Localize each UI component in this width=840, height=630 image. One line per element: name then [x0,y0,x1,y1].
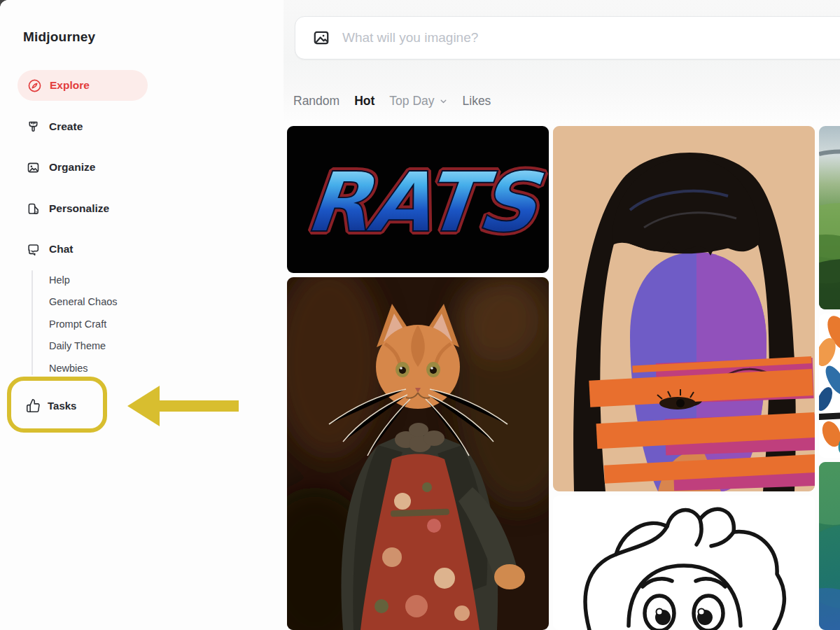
channel-label: General Chaos [49,296,118,307]
sidebar-item-general-chaos[interactable]: General Chaos [49,294,118,309]
filter-hot[interactable]: Hot [354,94,374,108]
channel-label: Daily Theme [49,340,106,351]
photo-icon [26,160,41,175]
main-content: Random Hot Top Day Likes RATS [284,0,840,630]
sidebar-item-prompt-craft[interactable]: Prompt Craft [49,316,106,332]
sidebar-item-create[interactable]: Create [18,115,158,139]
sidebar-item-explore[interactable]: Explore [18,70,148,101]
sidebar-item-label: Organize [49,161,95,174]
filter-label: Top Day [389,94,434,108]
channel-label: Prompt Craft [49,318,106,330]
feed-filters: Random Hot Top Day Likes [293,94,491,108]
gallery-image-mossy-landscape[interactable] [819,126,840,309]
sidebar-item-tasks[interactable]: Tasks [26,396,76,414]
filter-label: Likes [463,94,491,108]
app-title: Midjourney [23,29,95,45]
annotation-arrow-icon [125,384,241,428]
filter-label: Hot [354,94,374,108]
gallery-image-lion-drawing[interactable] [553,496,815,630]
prompt-input[interactable] [342,30,840,46]
thumbs-up-icon [26,398,41,413]
channel-label: Help [49,274,70,286]
sidebar-item-daily-theme[interactable]: Daily Theme [49,338,106,354]
chevron-down-icon [439,97,448,106]
sidebar-item-label: Chat [49,243,73,255]
chat-bubbles-icon [26,242,41,257]
sidebar-item-label: Explore [50,79,90,92]
paintbrush-icon [26,120,41,134]
sidebar-item-label: Create [49,120,83,133]
sidebar-item-personalize[interactable]: Personalize [18,197,158,220]
gallery-image-rats-logo[interactable]: RATS RATS [287,126,549,273]
filter-top-day[interactable]: Top Day [389,94,447,108]
cards-icon [26,202,41,216]
sidebar: Midjourney Explore Create [0,0,284,630]
midjourney-app: Midjourney Explore Create [0,0,840,630]
chat-channels-divider [31,270,33,375]
compass-icon [27,78,42,93]
filter-likes[interactable]: Likes [463,94,491,108]
rats-text: RATS [302,154,547,251]
filter-label: Random [293,94,340,108]
channel-label: Newbies [49,363,88,374]
sidebar-item-help[interactable]: Help [49,272,70,288]
sidebar-item-organize[interactable]: Organize [18,155,158,179]
filter-random[interactable]: Random [293,94,340,108]
gallery-image-kitten-fashion[interactable] [287,277,549,630]
prompt-bar[interactable] [295,16,840,59]
gallery-image-abstract-painting[interactable] [819,462,840,630]
gallery-image-plant-illustration[interactable] [819,314,840,458]
sidebar-item-label: Tasks [48,400,76,412]
gallery-image-woman-collage[interactable] [553,126,815,491]
sidebar-item-label: Personalize [49,202,109,215]
sidebar-item-chat[interactable]: Chat [18,237,158,261]
photo-icon [312,29,330,47]
sidebar-item-newbies[interactable]: Newbies [49,360,88,376]
